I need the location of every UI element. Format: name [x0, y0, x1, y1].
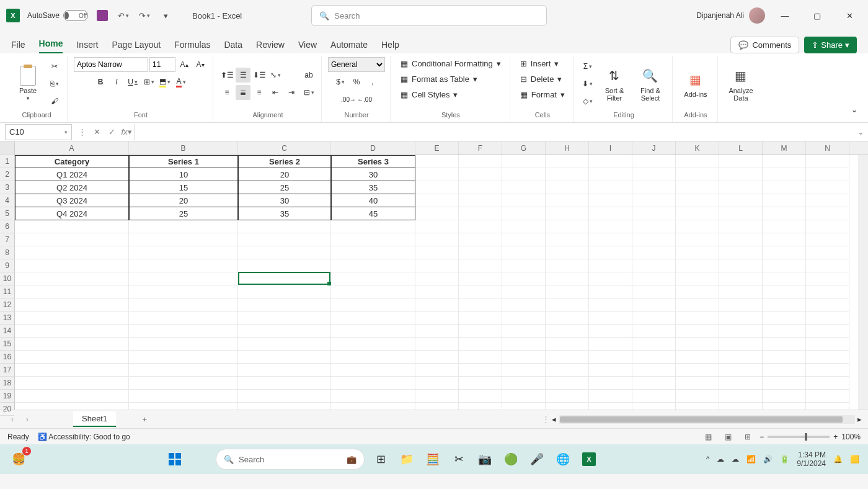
cell[interactable] [676, 155, 719, 168]
cell[interactable] [719, 298, 763, 312]
cell[interactable] [589, 155, 632, 168]
cell[interactable] [15, 403, 129, 410]
cell[interactable] [589, 220, 632, 233]
cell[interactable] [589, 312, 632, 325]
zoom-level[interactable]: 100% [841, 433, 861, 441]
cell[interactable] [763, 272, 806, 285]
cell[interactable]: Series 2 [238, 155, 331, 168]
cell[interactable] [502, 272, 546, 285]
cell[interactable] [589, 285, 632, 298]
cell[interactable] [546, 207, 589, 220]
cancel-formula-icon[interactable]: ✕ [89, 125, 104, 140]
cell[interactable] [415, 155, 459, 168]
fill-button[interactable]: ⬇ [580, 76, 595, 91]
row-header[interactable]: 16 [0, 351, 14, 364]
cell[interactable] [331, 403, 415, 410]
cell[interactable] [632, 207, 676, 220]
excel-taskbar-icon[interactable]: X [579, 449, 599, 469]
paste-button[interactable]: Paste▾ [11, 60, 45, 107]
cell[interactable] [15, 390, 129, 403]
cell[interactable] [719, 390, 763, 403]
format-cells-button[interactable]: ▦ Format ▾ [516, 88, 569, 101]
cell[interactable] [415, 220, 459, 233]
cell[interactable] [676, 377, 719, 390]
cell[interactable] [15, 259, 129, 272]
mic-icon[interactable]: 🎤 [527, 449, 547, 469]
cell[interactable] [129, 351, 238, 364]
increase-font-icon[interactable]: A▴ [177, 57, 192, 72]
cell[interactable] [331, 272, 415, 285]
cell[interactable] [459, 325, 502, 338]
cell[interactable]: 25 [129, 207, 238, 220]
share-button[interactable]: ⇪ Share ▾ [804, 37, 857, 53]
cell[interactable] [763, 377, 806, 390]
cell[interactable] [632, 312, 676, 325]
decrease-font-icon[interactable]: A▾ [193, 57, 208, 72]
cell[interactable] [459, 194, 502, 207]
cell[interactable] [502, 246, 546, 259]
cell[interactable] [632, 168, 676, 181]
cell[interactable] [238, 246, 331, 259]
zoom-out-button[interactable]: − [760, 433, 764, 441]
cell[interactable] [676, 390, 719, 403]
cell[interactable]: Q3 2024 [15, 194, 129, 207]
cell[interactable] [806, 259, 849, 272]
cell[interactable] [806, 298, 849, 312]
cell[interactable] [719, 338, 763, 351]
snipping-tool-icon[interactable]: ✂ [449, 449, 469, 469]
taskbar-app-icon[interactable]: 🍔1 [9, 449, 29, 469]
cell[interactable] [763, 194, 806, 207]
cell[interactable] [632, 155, 676, 168]
cell[interactable] [15, 220, 129, 233]
cell[interactable] [719, 259, 763, 272]
cell[interactable] [331, 377, 415, 390]
cell[interactable] [676, 351, 719, 364]
row-header[interactable]: 3 [0, 181, 14, 194]
cell[interactable] [632, 403, 676, 410]
cell[interactable] [331, 285, 415, 298]
cell[interactable] [238, 390, 331, 403]
cell[interactable] [589, 390, 632, 403]
cell[interactable] [546, 351, 589, 364]
cell[interactable] [15, 338, 129, 351]
fx-icon[interactable]: fx▾ [119, 125, 134, 140]
cell[interactable] [676, 338, 719, 351]
cell[interactable] [459, 377, 502, 390]
cell[interactable] [238, 285, 331, 298]
row-header[interactable]: 17 [0, 364, 14, 377]
align-left-icon[interactable]: ≡ [219, 85, 234, 100]
cell[interactable] [238, 403, 331, 410]
zoom-in-button[interactable]: + [833, 433, 838, 441]
column-header[interactable]: D [331, 141, 415, 155]
cell[interactable] [238, 364, 331, 377]
cell[interactable] [15, 272, 129, 285]
cell[interactable] [459, 259, 502, 272]
cell[interactable] [502, 351, 546, 364]
cell[interactable]: 40 [331, 194, 415, 207]
cell[interactable] [546, 377, 589, 390]
task-view-icon[interactable]: ⊞ [371, 449, 391, 469]
add-sheet-button[interactable]: + [137, 412, 152, 427]
cell[interactable] [129, 285, 238, 298]
cell[interactable] [502, 390, 546, 403]
cell[interactable] [15, 246, 129, 259]
cell[interactable] [238, 233, 331, 246]
column-header[interactable]: I [589, 141, 632, 155]
cell[interactable]: 30 [331, 168, 415, 181]
cell[interactable] [676, 312, 719, 325]
find-select-button[interactable]: 🔍Find & Select [634, 60, 667, 107]
column-header[interactable]: K [676, 141, 719, 155]
font-color-button[interactable]: A [174, 74, 188, 89]
cell[interactable] [415, 181, 459, 194]
cell[interactable] [15, 312, 129, 325]
cell[interactable] [15, 351, 129, 364]
comments-button[interactable]: 💬 Comments [730, 37, 799, 53]
row-header[interactable]: 13 [0, 312, 14, 325]
cell[interactable] [546, 233, 589, 246]
cell[interactable] [589, 181, 632, 194]
cell[interactable] [763, 390, 806, 403]
scroll-right-icon[interactable]: ▸ [857, 415, 862, 424]
cell[interactable] [459, 364, 502, 377]
cell[interactable] [589, 325, 632, 338]
increase-indent-icon[interactable]: ⇥ [284, 85, 299, 100]
